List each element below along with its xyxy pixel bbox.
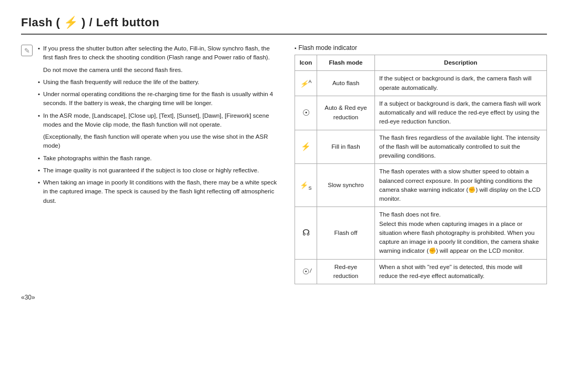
sub-text-2: (Exceptionally, the flash function will … bbox=[38, 132, 279, 151]
mode-cell: Auto flash bbox=[317, 71, 375, 96]
page-number: «30» bbox=[21, 294, 547, 301]
list-item: The image quality is not guaranteed if t… bbox=[38, 166, 279, 175]
mode-cell: Auto & Red eyereduction bbox=[317, 96, 375, 130]
list-item: When taking an image in poorly lit condi… bbox=[38, 178, 279, 205]
col-header-icon: Icon bbox=[295, 55, 317, 71]
list-item: Under normal operating conditions the re… bbox=[38, 90, 279, 108]
table-row: ☉/ Red-eye reduction When a shot with "r… bbox=[295, 259, 547, 284]
note-box: ✎ If you press the shutter button after … bbox=[21, 44, 279, 209]
bullet-list-2: Take photographs within the flash range.… bbox=[38, 154, 279, 205]
table-row: ☉ Auto & Red eyereduction If a subject o… bbox=[295, 96, 547, 130]
flash-mode-table: Icon Flash mode Description ⚡A Auto flas… bbox=[295, 55, 547, 284]
mode-cell: Flash off bbox=[317, 207, 375, 259]
left-column: ✎ If you press the shutter button after … bbox=[21, 44, 279, 214]
col-header-mode: Flash mode bbox=[317, 55, 375, 71]
table-row: ⚡S Slow synchro The flash operates with … bbox=[295, 164, 547, 207]
content-area: ✎ If you press the shutter button after … bbox=[21, 44, 547, 284]
desc-cell: The flash fires regardless of the availa… bbox=[375, 130, 547, 164]
page-title: Flash ( ⚡ ) / Left button bbox=[21, 16, 547, 35]
icon-cell: ☉/ bbox=[295, 259, 317, 284]
list-item: In the ASR mode, [Landscape], [Close up]… bbox=[38, 111, 279, 130]
note-content: If you press the shutter button after se… bbox=[38, 44, 279, 209]
mode-cell: Fill in flash bbox=[317, 130, 375, 164]
list-item: Using the flash frequently will reduce t… bbox=[38, 78, 279, 87]
col-header-desc: Description bbox=[375, 55, 547, 71]
desc-cell: If a subject or background is dark, the … bbox=[375, 96, 547, 130]
mode-cell: Red-eye reduction bbox=[317, 259, 375, 284]
icon-cell: ⚡A bbox=[295, 71, 317, 96]
icon-cell: ⚡S bbox=[295, 164, 317, 207]
desc-cell: If the subject or background is dark, th… bbox=[375, 71, 547, 96]
icon-cell: ⚡ bbox=[295, 130, 317, 164]
desc-cell: The flash operates with a slow shutter s… bbox=[375, 164, 547, 207]
list-item: Take photographs within the flash range. bbox=[38, 154, 279, 163]
icon-cell: ☉ bbox=[295, 96, 317, 130]
desc-cell: The flash does not fire.Select this mode… bbox=[375, 207, 547, 259]
sub-text: Do not move the camera until the second … bbox=[38, 66, 279, 75]
table-row: ☊ Flash off The flash does not fire.Sele… bbox=[295, 207, 547, 259]
right-column: Flash mode indicator Icon Flash mode Des… bbox=[295, 44, 547, 284]
list-item: If you press the shutter button after se… bbox=[38, 44, 279, 63]
table-row: ⚡A Auto flash If the subject or backgrou… bbox=[295, 71, 547, 96]
icon-cell: ☊ bbox=[295, 207, 317, 259]
bullet-list: If you press the shutter button after se… bbox=[38, 44, 279, 63]
note-icon: ✎ bbox=[21, 45, 33, 56]
table-row: ⚡ Fill in flash The flash fires regardle… bbox=[295, 130, 547, 164]
desc-cell: When a shot with "red eye" is detected, … bbox=[375, 259, 547, 284]
flash-indicator-label: Flash mode indicator bbox=[295, 44, 547, 51]
mode-cell: Slow synchro bbox=[317, 164, 375, 207]
bullet-list: Using the flash frequently will reduce t… bbox=[38, 78, 279, 129]
